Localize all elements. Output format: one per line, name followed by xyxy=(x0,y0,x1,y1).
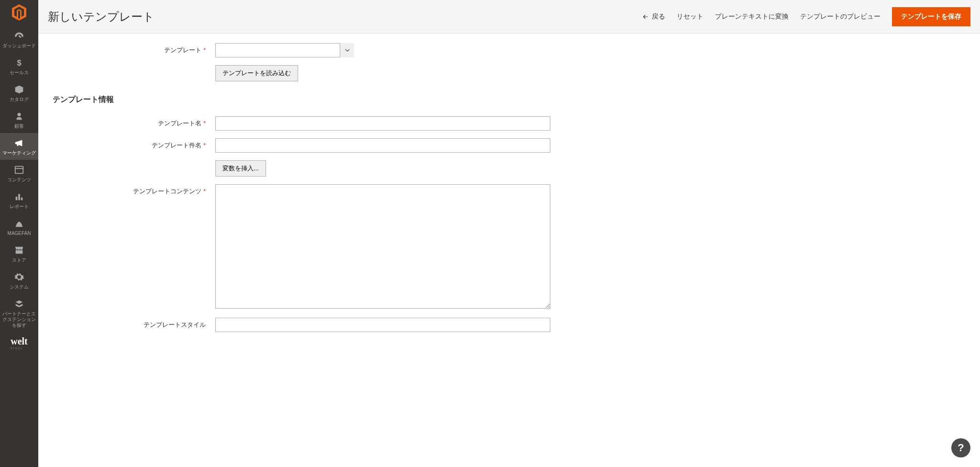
svg-rect-4 xyxy=(18,194,20,200)
partners-icon xyxy=(14,299,24,309)
sidebar-item-label: コンテンツ xyxy=(1,177,37,183)
gear-icon xyxy=(14,272,24,282)
sidebar-item-magefan[interactable]: MAGEFAN xyxy=(0,213,38,240)
welt-brand-sub: PIXEL xyxy=(11,347,28,350)
svg-rect-1 xyxy=(15,167,23,174)
template-select-wrap xyxy=(215,43,354,57)
sidebar-item-customers[interactable]: 顧客 xyxy=(0,106,38,133)
convert-plain-label: プレーンテキストに変換 xyxy=(715,12,789,21)
sidebar-item-label: ダッシュボード xyxy=(1,43,37,49)
person-icon xyxy=(14,111,24,122)
layout-icon xyxy=(14,165,24,175)
welt-brand-label: welt xyxy=(11,336,28,346)
main-content: テンプレート* テンプレートを読み込む テンプレート情報 テンプレート名* テン… xyxy=(38,0,980,359)
template-content-textarea[interactable] xyxy=(215,184,550,309)
megaphone-icon xyxy=(14,138,24,148)
sidebar-item-label: パートナーとエクステンションを探す xyxy=(1,311,37,328)
sidebar-item-system[interactable]: システム xyxy=(0,267,38,294)
sidebar-item-label: ストア xyxy=(1,257,37,263)
section-title-template-info: テンプレート情報 xyxy=(53,95,966,105)
page-title: 新しいテンプレート xyxy=(48,9,155,24)
row-template-content: テンプレートコンテンツ* xyxy=(53,184,966,310)
template-subject-input[interactable] xyxy=(215,138,550,153)
box-icon xyxy=(14,84,24,95)
sidebar-item-label: MAGEFAN xyxy=(1,231,37,236)
reset-button[interactable]: リセット xyxy=(677,12,703,21)
sidebar-item-label: システム xyxy=(1,284,37,290)
sidebar-item-stores[interactable]: ストア xyxy=(0,240,38,267)
sidebar-item-label: カタログ xyxy=(1,97,37,102)
sidebar-item-marketing[interactable]: マーケティング xyxy=(0,133,38,160)
page-header: 新しいテンプレート 戻る リセット プレーンテキストに変換 テンプレートのプレビ… xyxy=(38,0,980,33)
arrow-left-icon xyxy=(642,13,649,20)
row-template-name: テンプレート名* xyxy=(53,116,966,131)
svg-rect-5 xyxy=(21,198,23,200)
back-label: 戻る xyxy=(652,12,665,21)
row-template-subject: テンプレート件名* xyxy=(53,138,966,153)
row-load-template: テンプレートを読み込む xyxy=(53,65,966,81)
required-mark: * xyxy=(203,46,206,54)
sidebar-item-label: 顧客 xyxy=(1,123,37,129)
sidebar-item-label: セールス xyxy=(1,70,37,76)
magefan-icon xyxy=(14,218,24,229)
svg-text:$: $ xyxy=(17,58,21,67)
row-template-style: テンプレートスタイル xyxy=(53,318,966,332)
template-content-label: テンプレートコンテンツ* xyxy=(53,184,215,196)
template-style-label: テンプレートスタイル xyxy=(53,318,215,329)
required-mark: * xyxy=(203,188,206,195)
weltpixel-brand[interactable]: welt PIXEL xyxy=(11,336,28,350)
sidebar-item-sales[interactable]: $ セールス xyxy=(0,53,38,79)
required-mark: * xyxy=(203,120,206,127)
preview-button[interactable]: テンプレートのプレビュー xyxy=(800,12,880,21)
bar-chart-icon xyxy=(14,191,24,202)
sidebar-item-partners[interactable]: パートナーとエクステンションを探す xyxy=(0,294,38,332)
template-select-label: テンプレート* xyxy=(53,43,215,55)
template-name-label: テンプレート名* xyxy=(53,116,215,128)
sidebar-item-catalog[interactable]: カタログ xyxy=(0,79,38,106)
reset-label: リセット xyxy=(677,12,703,21)
gauge-icon xyxy=(14,31,24,41)
magento-logo-icon xyxy=(12,4,26,21)
back-button[interactable]: 戻る xyxy=(642,12,665,21)
template-name-input[interactable] xyxy=(215,116,550,131)
preview-label: テンプレートのプレビュー xyxy=(800,12,880,21)
row-insert-variable: 変数を挿入... xyxy=(53,160,966,177)
template-style-input[interactable] xyxy=(215,318,550,332)
sidebar-item-content[interactable]: コンテンツ xyxy=(0,160,38,187)
svg-rect-3 xyxy=(16,197,18,200)
save-button[interactable]: テンプレートを保存 xyxy=(892,7,970,26)
convert-plain-button[interactable]: プレーンテキストに変換 xyxy=(715,12,789,21)
required-mark: * xyxy=(203,142,206,149)
sidebar-item-dashboard[interactable]: ダッシュボード xyxy=(0,26,38,53)
sidebar-item-label: レポート xyxy=(1,204,37,210)
save-label: テンプレートを保存 xyxy=(901,12,961,20)
magento-logo[interactable] xyxy=(11,4,28,21)
sidebar-item-reports[interactable]: レポート xyxy=(0,187,38,213)
insert-variable-button[interactable]: 変数を挿入... xyxy=(215,160,266,177)
template-subject-label: テンプレート件名* xyxy=(53,138,215,150)
dollar-icon: $ xyxy=(14,57,24,68)
template-select[interactable] xyxy=(215,43,354,57)
admin-sidebar: ダッシュボード $ セールス カタログ 顧客 マーケティング コンテンツ レポー… xyxy=(0,0,38,359)
row-template-select: テンプレート* xyxy=(53,43,966,57)
load-template-button[interactable]: テンプレートを読み込む xyxy=(215,65,298,81)
header-actions: 戻る リセット プレーンテキストに変換 テンプレートのプレビュー テンプレートを… xyxy=(642,7,970,26)
sidebar-item-label: マーケティング xyxy=(1,150,37,156)
store-icon xyxy=(14,245,24,256)
